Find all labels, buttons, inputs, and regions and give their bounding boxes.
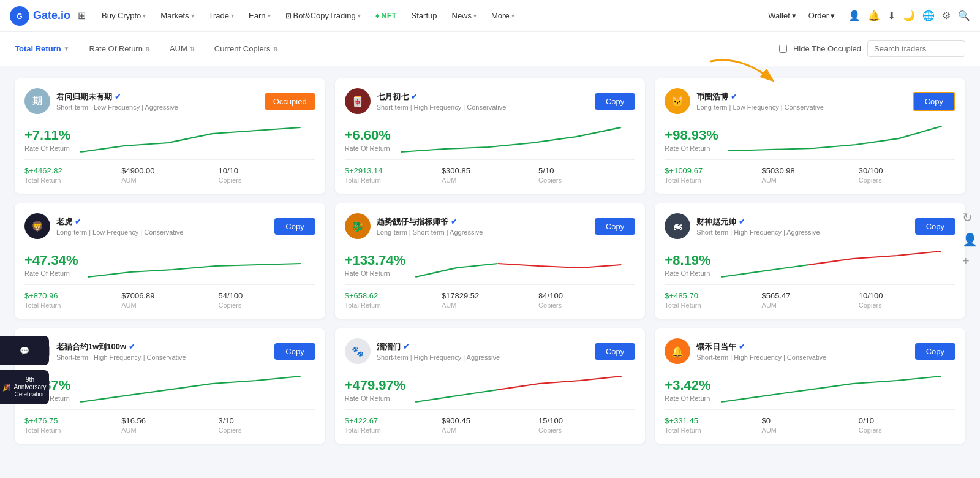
rate-value: +47.34% (24, 252, 78, 268)
verified-icon: ✔ (129, 343, 135, 351)
aum-label: AUM (121, 302, 218, 309)
aum-label: AUM (762, 302, 859, 309)
stat-copiers: 3/10 Copiers (218, 416, 315, 434)
trader-card: 🐾 溜溜们 ✔ Short-term | High Frequency | Ag… (335, 328, 646, 444)
verified-icon: ✔ (403, 343, 409, 351)
celebration-widget[interactable]: 🎉 🎉 9th Anniversary Celebration (0, 370, 49, 404)
avatar: 🀄 (345, 88, 371, 114)
copy-button[interactable]: Copy (915, 343, 956, 360)
nav-more[interactable]: More ▾ (485, 7, 521, 24)
copy-button[interactable]: Copy (595, 343, 635, 360)
copy-button[interactable]: Copy (595, 93, 635, 110)
aum-value: $300.85 (442, 166, 538, 175)
verified-icon: ✔ (739, 343, 745, 351)
trader-info: 🀄 七月初七 ✔ Short-term | High Frequency | C… (345, 88, 507, 114)
nav-buy-crypto[interactable]: Buy Crypto ▾ (96, 7, 152, 24)
nav-startup[interactable]: Startup (405, 7, 443, 24)
card-header: 🐱 币圈浩博 ✔ Long-term | Low Frequency | Con… (665, 88, 956, 114)
stat-total-return: $+422.67 Total Return (345, 416, 442, 434)
copiers-label: Copiers (218, 176, 315, 184)
copy-button[interactable]: Copy (595, 218, 635, 235)
search-traders-input[interactable] (867, 40, 965, 57)
filter-bar: Total Return ▼ Rate Of Return ⇅ AUM ⇅ Cu… (0, 32, 980, 66)
language-icon[interactable]: 🌐 (922, 10, 935, 21)
mini-chart (88, 246, 315, 277)
search-icon[interactable]: 🔍 (958, 10, 970, 21)
trader-card: 🦁 老虎 ✔ Long-term | Low Frequency | Conse… (15, 203, 325, 319)
bell-icon[interactable]: 🔔 (868, 10, 880, 21)
rate-value: +8.19% (665, 252, 710, 268)
filter-current-copiers[interactable]: Current Copiers ⇅ (214, 44, 278, 53)
trader-tags: Long-term | Short-term | Aggressive (377, 229, 483, 236)
chevron-down-icon: ▾ (268, 12, 271, 19)
stat-aum: $7006.89 AUM (121, 291, 218, 309)
stat-aum: $16.56 AUM (121, 416, 218, 434)
chart-area: +47.34% Rate Of Return (24, 246, 315, 277)
stat-copiers: 10/10 Copiers (218, 166, 315, 184)
stat-total-return: $+485.70 Total Return (665, 291, 761, 309)
copy-button[interactable]: Copy (274, 343, 315, 360)
right-float-widgets: ↻ 👤 + (962, 210, 980, 268)
nav-grid-icon[interactable]: ⊞ (78, 10, 86, 21)
user-icon[interactable]: 👤 (848, 10, 861, 21)
add-icon[interactable]: + (962, 254, 978, 268)
nav-trade[interactable]: Trade ▾ (203, 7, 240, 24)
copy-button[interactable]: Copy (913, 92, 956, 111)
card-stats: $+2913.14 Total Return $300.85 AUM 5/10 … (345, 159, 636, 184)
trader-tags: Short-term | High Frequency | Conservati… (696, 354, 826, 361)
refresh-icon[interactable]: ↻ (962, 210, 978, 225)
copiers-value: 84/100 (538, 291, 635, 300)
stat-total-return: $+331.45 Total Return (665, 416, 761, 434)
trader-info: 🐱 币圈浩博 ✔ Long-term | Low Frequency | Con… (665, 88, 823, 114)
left-float-widgets: 💬 🎉 🎉 9th Anniversary Celebration (0, 336, 49, 404)
profile-icon[interactable]: 👤 (962, 232, 978, 247)
card-stats: $+658.62 Total Return $17829.52 AUM 84/1… (345, 284, 636, 309)
card-header: 🐉 趋势靓仔与指标师爷 ✔ Long-term | Short-term | A… (345, 213, 636, 239)
nav-earn[interactable]: Earn ▾ (243, 7, 276, 24)
stat-copiers: 0/10 Copiers (859, 416, 956, 434)
rate-label: Rate Of Return (665, 270, 710, 277)
traders-grid: 期 君问归期未有期 ✔ Short-term | Low Frequency |… (0, 66, 980, 456)
card-header: 💼 老猫合约1w到100w ✔ Short-term | High Freque… (24, 338, 315, 364)
total-return-label: Total Return (24, 427, 121, 434)
aum-label: AUM (442, 427, 538, 434)
verified-icon: ✔ (411, 93, 417, 101)
trader-card: 🏍 财神赵元帅 ✔ Short-term | High Frequency | … (655, 203, 965, 319)
copy-button[interactable]: Copy (915, 218, 956, 235)
occupied-button[interactable]: Occupied (265, 93, 315, 110)
filter-rate-of-return[interactable]: Rate Of Return ⇅ (89, 44, 150, 53)
hide-occupied-toggle[interactable]: Hide The Occupied (779, 44, 861, 53)
rate-label: Rate Of Return (24, 145, 70, 152)
stat-aum: $5030.98 AUM (762, 166, 859, 184)
filter-aum[interactable]: AUM ⇅ (170, 44, 195, 53)
hide-occupied-checkbox[interactable] (779, 45, 787, 53)
copy-button[interactable]: Copy (274, 218, 315, 235)
sort-icon: ⇅ (145, 45, 150, 52)
trader-card: 💼 老猫合约1w到100w ✔ Short-term | High Freque… (15, 328, 325, 444)
chevron-down-icon: ▾ (191, 12, 194, 19)
logo[interactable]: G Gate.io (10, 6, 70, 26)
nav-nft[interactable]: ♦ NFT (369, 7, 403, 24)
stat-aum: $17829.52 AUM (442, 291, 538, 309)
theme-icon[interactable]: 🌙 (903, 10, 915, 21)
rate-label: Rate Of Return (345, 145, 391, 152)
nav-wallet[interactable]: Wallet ▾ (764, 9, 800, 23)
copiers-value: 54/100 (218, 291, 315, 300)
avatar: 🐉 (345, 213, 371, 239)
rate-value: +7.11% (24, 127, 70, 143)
nav-bot-copytrading[interactable]: ⊡ Bot&CopyTrading ▾ (279, 7, 367, 24)
filter-total-return[interactable]: Total Return ▼ (15, 44, 70, 53)
nav-order[interactable]: Order ▾ (805, 9, 839, 23)
total-return-value: $+4462.82 (24, 166, 121, 175)
avatar: 🐾 (345, 338, 371, 364)
nav-news[interactable]: News ▾ (446, 7, 483, 24)
stat-copiers: 84/100 Copiers (538, 291, 635, 309)
download-icon[interactable]: ⬇ (888, 10, 895, 21)
settings-icon[interactable]: ⚙ (942, 10, 951, 21)
chat-widget[interactable]: 💬 (0, 336, 49, 365)
card-stats: $+1009.67 Total Return $5030.98 AUM 30/1… (665, 159, 956, 184)
aum-value: $17829.52 (442, 291, 538, 300)
chart-area: +98.93% Rate Of Return (665, 121, 956, 152)
verified-icon: ✔ (115, 93, 121, 101)
nav-markets[interactable]: Markets ▾ (154, 7, 200, 24)
